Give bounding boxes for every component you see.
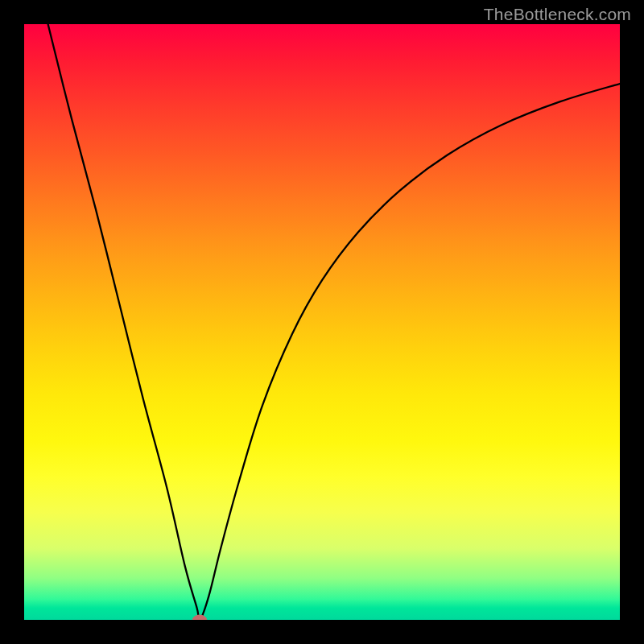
chart-frame — [24, 24, 620, 620]
watermark-text: TheBottleneck.com — [484, 5, 631, 24]
bottleneck-curve — [48, 24, 620, 620]
curve-svg — [24, 24, 620, 620]
minimum-marker — [192, 615, 207, 621]
